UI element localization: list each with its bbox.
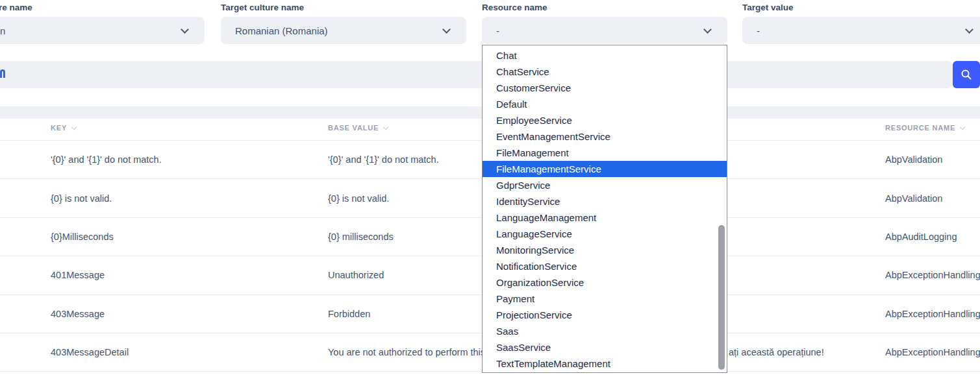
cell-base-value: You are not authorized to perform this bbox=[328, 333, 485, 371]
base-culture-label: re name bbox=[0, 3, 32, 12]
search-button[interactable] bbox=[953, 61, 980, 88]
column-header-resource-name[interactable]: RESOURCE NAME bbox=[885, 124, 964, 132]
resource-dropdown: ChatChatServiceCustomerServiceDefaultEmp… bbox=[482, 45, 727, 373]
cell-resource-name: AbpValidation bbox=[885, 141, 942, 178]
target-value-select[interactable]: - bbox=[742, 17, 980, 44]
dropdown-option[interactable]: IdentityService bbox=[483, 193, 727, 210]
target-culture-value: Romanian (Romania) bbox=[221, 25, 328, 36]
dropdown-option[interactable]: CustomerService bbox=[483, 80, 727, 96]
resource-name-value: - bbox=[482, 25, 499, 36]
chevron-down-icon bbox=[442, 25, 451, 34]
dropdown-option[interactable]: SaasService bbox=[483, 339, 727, 355]
dropdown-option[interactable]: NotificationService bbox=[483, 258, 727, 274]
cell-key: 401Message bbox=[51, 256, 105, 294]
cell-key: {0}Milliseconds bbox=[51, 218, 114, 256]
cell-base-value: Unauthorized bbox=[328, 256, 384, 294]
cell-resource-name: AbpAuditLogging bbox=[885, 218, 957, 256]
column-header-key[interactable]: KEY bbox=[51, 124, 76, 132]
base-culture-value: n bbox=[0, 25, 5, 36]
cell-base-value: {0} is not valid. bbox=[328, 179, 389, 217]
dropdown-option[interactable]: ChatService bbox=[483, 64, 727, 80]
cell-base-value: {0} milliseconds bbox=[328, 218, 394, 256]
dropdown-option[interactable]: Chat bbox=[483, 47, 727, 64]
resource-dropdown-list: ChatChatServiceCustomerServiceDefaultEmp… bbox=[483, 47, 727, 372]
cell-key: 403MessageDetail bbox=[51, 333, 129, 371]
dropdown-option[interactable]: EventManagementService bbox=[483, 128, 727, 145]
dropdown-scrollbar-thumb[interactable] bbox=[718, 225, 725, 370]
cell-base-value: '{0}' and '{1}' do not match. bbox=[328, 141, 439, 178]
chevron-down-icon bbox=[965, 25, 974, 34]
dropdown-option[interactable]: LanguageService bbox=[483, 226, 727, 242]
cell-resource-name: AbpExceptionHandling bbox=[885, 256, 980, 294]
column-header-base-value-label: BASE VALUE bbox=[328, 124, 379, 132]
column-header-key-label: KEY bbox=[51, 124, 67, 132]
cell-base-value: Forbidden bbox=[328, 295, 370, 333]
target-culture-label: Target culture name bbox=[221, 3, 304, 12]
resource-name-select[interactable]: - bbox=[482, 17, 727, 44]
column-header-base-value[interactable]: BASE VALUE bbox=[328, 124, 388, 132]
sort-chevron-icon[interactable] bbox=[71, 124, 77, 129]
chevron-down-icon bbox=[181, 25, 189, 34]
search-input[interactable] bbox=[0, 61, 953, 88]
cell-key: '{0}' and '{1}' do not match. bbox=[51, 141, 162, 178]
dropdown-option[interactable]: LanguageManagement bbox=[483, 210, 727, 226]
dropdown-option[interactable]: GdprService bbox=[483, 177, 727, 193]
dropdown-option[interactable]: Saas bbox=[483, 323, 727, 339]
dropdown-option[interactable]: Default bbox=[483, 96, 727, 112]
dropdown-option[interactable]: TextTemplateManagement bbox=[483, 355, 727, 372]
dropdown-option[interactable]: Payment bbox=[483, 291, 727, 307]
dropdown-option[interactable]: FileManagement bbox=[483, 145, 727, 161]
dropdown-option[interactable]: MonitoringService bbox=[483, 242, 727, 258]
column-header-resource-name-label: RESOURCE NAME bbox=[885, 124, 955, 132]
cell-resource-name: AbpValidation bbox=[885, 179, 942, 217]
cell-key: 403Message bbox=[51, 295, 105, 333]
target-culture-select[interactable]: Romanian (Romania) bbox=[221, 17, 466, 44]
cell-target-value-fragment: ați această operațiune! bbox=[729, 333, 824, 371]
sort-chevron-icon[interactable] bbox=[960, 124, 965, 129]
dropdown-option[interactable]: FileManagementService bbox=[483, 161, 727, 177]
sort-chevron-icon[interactable] bbox=[383, 124, 388, 129]
resource-name-label: Resource name bbox=[482, 3, 547, 12]
cropped-text-fragment bbox=[0, 69, 5, 78]
cell-resource-name: AbpExceptionHandling bbox=[885, 333, 980, 371]
language-texts-page: re name n Target culture name Romanian (… bbox=[0, 0, 980, 384]
target-value-value: - bbox=[742, 25, 760, 36]
dropdown-option[interactable]: EmployeeService bbox=[483, 112, 727, 128]
cell-resource-name: AbpExceptionHandling bbox=[885, 295, 980, 333]
target-value-label: Target value bbox=[742, 3, 794, 12]
base-culture-select[interactable]: n bbox=[0, 17, 205, 44]
cell-key: {0} is not valid. bbox=[51, 179, 112, 217]
dropdown-option[interactable]: ProjectionService bbox=[483, 307, 727, 323]
search-icon bbox=[961, 69, 972, 80]
dropdown-option[interactable]: OrganizationService bbox=[483, 274, 727, 291]
chevron-down-icon bbox=[703, 25, 712, 34]
